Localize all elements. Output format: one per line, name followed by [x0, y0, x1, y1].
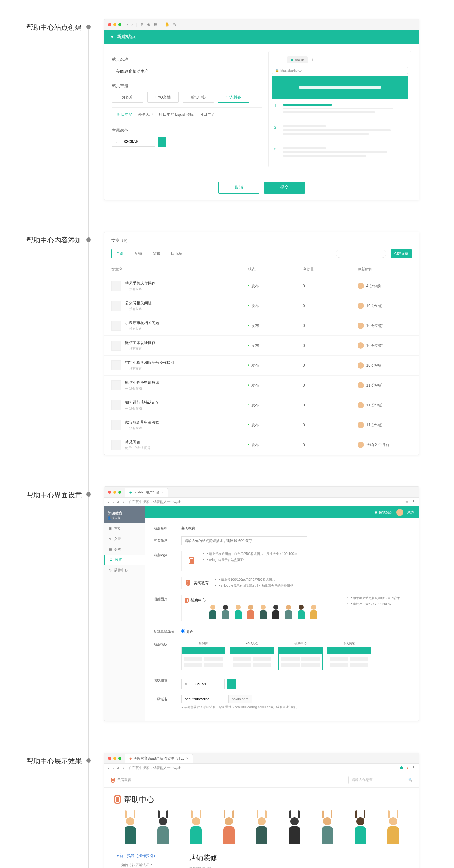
- banner-upload[interactable]: 帮助中心: [181, 595, 345, 621]
- sidebar: 美阅教育👤 个人版 ⊞首页✎文章▦分类⚙设置⊕插件中心: [104, 506, 145, 721]
- thumbnail: [111, 341, 121, 351]
- person-illustration: [355, 810, 366, 844]
- sidebar-icon: ✎: [109, 537, 112, 541]
- thumbnail: [111, 321, 121, 331]
- table-row[interactable]: 小程序审核相关问题— 没有描述发布010 分钟前: [104, 316, 419, 336]
- sidebar-item[interactable]: ⚙设置: [104, 555, 145, 565]
- nav-item[interactable]: 如何进行店铺认证？: [117, 861, 177, 868]
- shield-icon: [188, 557, 194, 564]
- theme-tab[interactable]: 知识库: [112, 92, 144, 103]
- filter-tab[interactable]: 全部: [111, 249, 128, 258]
- table-row[interactable]: 微信主体认证操作— 没有描述发布010 分钟前: [104, 336, 419, 355]
- subtheme-option[interactable]: 时日年华 Liquid 模版: [159, 112, 194, 117]
- section-result: 帮助中心展示效果 ◆美阅教育SaaS产品-帮助中心 | …× + ‹›⟳⊙在百度…: [88, 753, 454, 868]
- subtheme-option[interactable]: 时日年华: [117, 112, 132, 117]
- sidebar-item[interactable]: ⊕插件中心: [104, 565, 145, 576]
- sidebar-item[interactable]: ✎文章: [104, 534, 145, 544]
- top-bar: ◉ 预览站点 系统: [145, 506, 419, 518]
- search-input[interactable]: [336, 250, 386, 258]
- section-title: 帮助中心站点创建: [19, 23, 82, 32]
- filter-tab[interactable]: 回收站: [166, 249, 187, 258]
- avatar: [358, 402, 364, 408]
- subtheme-option[interactable]: 时日年华: [200, 112, 215, 117]
- section-title: 帮助中心内容添加: [19, 236, 82, 245]
- address-bar[interactable]: ‹›⟳⊙在百度中搜索，或者输入一个网址⬢●⋮: [104, 764, 419, 772]
- table-row[interactable]: 常见问题使用中的常见问题发布0大约 2 个月前: [104, 435, 419, 455]
- zoom-in-icon: ⊕: [147, 22, 150, 27]
- theme-tab[interactable]: FAQ文档: [147, 92, 179, 103]
- hero-banner: 帮助中心: [104, 787, 419, 844]
- nav-group[interactable]: 新手指导（操作指引）: [117, 853, 177, 859]
- search-icon[interactable]: 🔍: [408, 778, 413, 782]
- theme-card[interactable]: [181, 647, 225, 670]
- col-name: 文章名: [111, 267, 248, 272]
- person-illustration: [322, 810, 333, 844]
- theme-label: 个人博客: [327, 640, 371, 647]
- logo-upload[interactable]: [181, 551, 202, 571]
- sidebar-item[interactable]: ⊞首页: [104, 523, 145, 534]
- table-row[interactable]: 苹果手机支付操作— 没有描述发布04 分钟前: [104, 276, 419, 296]
- close-icon: ×: [186, 756, 188, 760]
- person-illustration: [256, 810, 267, 844]
- color-swatch[interactable]: [158, 136, 166, 147]
- theme-label: 帮助中心: [278, 640, 323, 647]
- table-row[interactable]: 微信小程序申请原因— 没有描述发布011 分钟前: [104, 375, 419, 395]
- avatar[interactable]: [396, 509, 403, 516]
- table-row[interactable]: 公众号相关问题— 没有描述发布010 分钟前: [104, 296, 419, 316]
- search-input[interactable]: 请输入你想查: [349, 776, 405, 784]
- table-row[interactable]: 绑定小程序和服务号操作指引— 没有描述发布010 分钟前: [104, 355, 419, 375]
- panel-result: ◆美阅教育SaaS产品-帮助中心 | …× + ‹›⟳⊙在百度中搜索，或者输入一…: [104, 753, 419, 868]
- theme-label: FAQ文档: [230, 640, 274, 647]
- cancel-button[interactable]: 取消: [218, 182, 260, 194]
- theme-card[interactable]: [230, 647, 274, 670]
- filter-tab[interactable]: 草稿: [129, 249, 147, 258]
- filter-tab[interactable]: 发布: [148, 249, 165, 258]
- sidebar-item[interactable]: ▦分类: [104, 544, 145, 555]
- address-bar[interactable]: ‹›⟳⊙在百度中搜索，或者输入一个网址☆⋮: [104, 498, 419, 506]
- preview-link[interactable]: ◉ 预览站点: [374, 510, 393, 515]
- section-title: 帮助中心展示效果: [19, 756, 82, 766]
- table-row[interactable]: 微信服务号申请流程— 没有描述发布011 分钟前: [104, 415, 419, 435]
- browser-chrome: ◆baklib · 用户平台× +: [104, 487, 419, 498]
- section-settings: 帮助中心界面设置 ◆baklib · 用户平台× + ‹›⟳⊙在百度中搜索，或者…: [88, 487, 454, 721]
- theme-tab[interactable]: 个人博客: [218, 92, 249, 103]
- avatar: [358, 362, 364, 369]
- person-illustration: [124, 810, 136, 844]
- color-input[interactable]: [121, 136, 155, 147]
- section-content: 帮助中心内容添加 文章（9） 全部草稿发布回收站创建文章 文章名 状态 浏览量 …: [88, 232, 454, 455]
- domain-input[interactable]: [181, 695, 229, 703]
- desc-input[interactable]: [181, 536, 307, 545]
- person-illustration: [157, 810, 169, 844]
- table-row[interactable]: 如何进行店铺认证？— 没有描述发布011 分钟前: [104, 395, 419, 415]
- logo-notes: 请上传在透明的、白色的PNG格式图片；尺寸大小：100*100px此logo将显…: [207, 551, 297, 563]
- thumbnail: [111, 400, 121, 410]
- toggle[interactable]: 开启: [181, 627, 193, 634]
- theme-card[interactable]: [278, 647, 323, 670]
- theme-tab[interactable]: 帮助中心: [183, 92, 214, 103]
- browser-chrome: ◆美阅教育SaaS产品-帮助中心 | …× +: [104, 753, 419, 764]
- draw-icon: ✎: [173, 22, 176, 27]
- label-site-name: 站点名称: [112, 57, 262, 62]
- thumbnail: [111, 420, 121, 430]
- site-name-input[interactable]: [112, 66, 262, 77]
- submit-button[interactable]: 提交: [264, 182, 305, 194]
- panel-settings: ◆baklib · 用户平台× + ‹›⟳⊙在百度中搜索，或者输入一个网址☆⋮ …: [104, 487, 419, 721]
- nav-fwd-icon: ›: [131, 22, 133, 27]
- articles-heading: 文章（9）: [104, 232, 419, 249]
- color-input[interactable]: [190, 679, 225, 689]
- timeline-dot: [86, 25, 91, 29]
- avatar: [358, 442, 364, 448]
- plus-icon: ✦: [110, 34, 114, 40]
- theme-label: 知识库: [181, 640, 225, 647]
- shield-icon: [115, 796, 121, 804]
- favicon-upload[interactable]: 美阅教育: [181, 577, 213, 589]
- zoom-out-icon: ⊖: [140, 22, 144, 27]
- new-article-button[interactable]: 创建文章: [391, 249, 412, 258]
- subtheme-option[interactable]: 外星天地: [138, 112, 153, 117]
- thumbnail: [111, 380, 121, 390]
- avatar: [358, 382, 364, 389]
- theme-card[interactable]: [327, 647, 371, 670]
- color-swatch[interactable]: [227, 679, 236, 689]
- thumbnail: [111, 301, 121, 311]
- domain-note: ● 恭喜您获得了系统域名，您可通过（beautifulreading.bakli…: [181, 705, 298, 709]
